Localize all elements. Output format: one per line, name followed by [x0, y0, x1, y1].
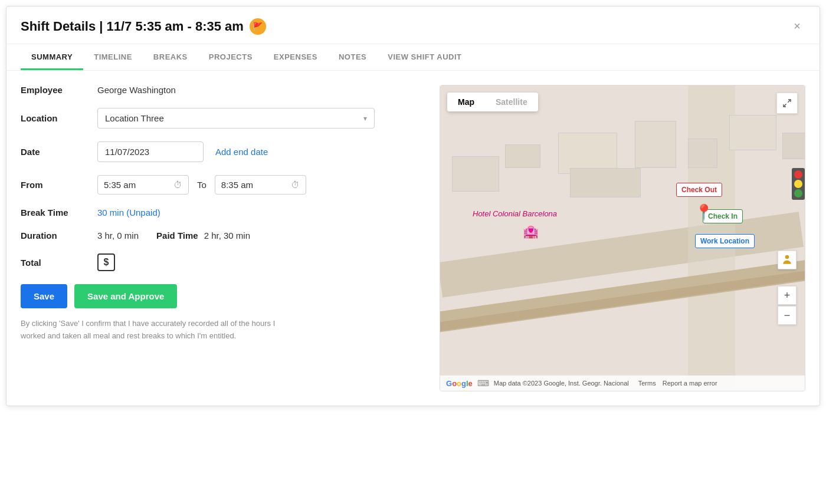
date-label: Date [21, 147, 97, 157]
break-time-row: Break Time 30 min (Unpaid) [21, 207, 428, 218]
tab-projects[interactable]: PROJECTS [198, 44, 263, 70]
time-group: 5:35 am ⏱ To 8:35 am ⏱ [97, 175, 306, 195]
tab-notes[interactable]: NOTES [328, 44, 377, 70]
map-pin-blue: 📍 [694, 203, 713, 222]
zoom-out-button[interactable]: − [778, 306, 796, 325]
to-label: To [197, 180, 206, 190]
terms-link[interactable]: Terms [638, 380, 656, 387]
map-footer-links: Terms Report a map error [634, 380, 717, 387]
close-button[interactable]: × [789, 17, 805, 35]
svg-line-0 [788, 100, 791, 103]
paid-time-label: Paid Time [156, 230, 198, 241]
location-select[interactable]: Location Three ▾ [97, 108, 375, 129]
location-row: Location Location Three ▾ [21, 108, 428, 129]
svg-line-1 [784, 104, 786, 107]
traffic-light-icon [792, 168, 805, 200]
total-label: Total [21, 258, 97, 268]
save-approve-button[interactable]: Save and Approve [74, 284, 177, 308]
flag-icon: 🚩 [250, 18, 266, 35]
map-canvas: Hotel Colonial Barcelona 🏩 📍 Map Satelli… [440, 85, 805, 391]
chevron-down-icon: ▾ [363, 114, 367, 123]
break-time-value[interactable]: 30 min (Unpaid) [97, 207, 160, 218]
map-section: Hotel Colonial Barcelona 🏩 📍 Map Satelli… [440, 85, 805, 391]
disclaimer-text: By clicking 'Save' I confirm that I have… [21, 318, 292, 342]
to-time-value: 8:35 am [221, 180, 253, 190]
tab-expenses[interactable]: EXPENSES [263, 44, 328, 70]
dollar-icon: $ [97, 253, 115, 271]
to-time-input[interactable]: 8:35 am ⏱ [215, 175, 306, 195]
date-input[interactable] [97, 141, 204, 162]
duration-value: 3 hr, 0 min [97, 230, 139, 241]
tab-view-shift-audit[interactable]: VIEW SHIFT AUDIT [377, 44, 472, 70]
tab-breaks[interactable]: BREAKS [143, 44, 198, 70]
from-time-input[interactable]: 5:35 am ⏱ [97, 175, 189, 195]
employee-row: Employee George Washington [21, 85, 428, 95]
add-end-date-link[interactable]: Add end date [215, 147, 268, 157]
hotel-label: Hotel Colonial Barcelona [473, 209, 557, 218]
duration-label: Duration [21, 230, 97, 241]
map-tabs: Map Satellite [447, 93, 538, 111]
marker-worklocation[interactable]: Work Location [695, 234, 755, 248]
break-time-label: Break Time [21, 207, 97, 218]
dialog-title: Shift Details | 11/7 5:35 am - 8:35 am [21, 19, 244, 34]
tab-timeline[interactable]: TIMELINE [83, 44, 143, 70]
tab-summary[interactable]: SUMMARY [21, 44, 83, 70]
map-footer: Google ⌨ Map data ©2023 Google, Inst. Ge… [440, 375, 805, 391]
clock-icon-from: ⏱ [173, 180, 182, 190]
duration-row: Duration 3 hr, 0 min Paid Time 2 hr, 30 … [21, 230, 428, 241]
from-label: From [21, 180, 97, 190]
from-to-row: From 5:35 am ⏱ To 8:35 am ⏱ [21, 175, 428, 195]
total-row: Total $ [21, 253, 428, 271]
clock-icon-to: ⏱ [291, 180, 300, 190]
employee-label: Employee [21, 85, 97, 95]
employee-value: George Washington [97, 85, 176, 95]
zoom-buttons: + − [778, 286, 796, 325]
map-tab-map[interactable]: Map [447, 93, 485, 111]
map-fullscreen-button[interactable] [776, 93, 798, 114]
hotel-pin: 🏩 [523, 224, 539, 239]
person-icon[interactable] [778, 251, 796, 269]
paid-time-value: 2 hr, 30 min [204, 230, 250, 241]
date-row: Date Add end date [21, 141, 428, 162]
form-section: Employee George Washington Location Loca… [21, 85, 440, 391]
save-button[interactable]: Save [21, 284, 67, 308]
google-logo: Google [446, 379, 473, 388]
action-buttons: Save Save and Approve [21, 284, 428, 308]
marker-checkout[interactable]: Check Out [676, 183, 722, 197]
svg-point-2 [785, 255, 789, 259]
zoom-in-button[interactable]: + [778, 286, 796, 305]
map-data-text: Map data ©2023 Google, Inst. Geogr. Naci… [494, 380, 629, 387]
report-error-link[interactable]: Report a map error [663, 380, 717, 387]
from-time-value: 5:35 am [104, 180, 136, 190]
tabs-bar: SUMMARY TIMELINE BREAKS PROJECTS EXPENSE… [6, 44, 820, 71]
location-value: Location Three [105, 113, 164, 123]
location-label: Location [21, 113, 97, 123]
map-tab-satellite[interactable]: Satellite [485, 93, 538, 111]
